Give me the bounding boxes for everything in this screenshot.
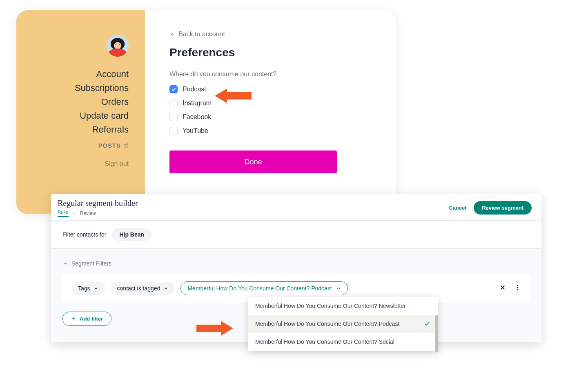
chevron-down-icon: [94, 286, 98, 291]
checkbox-youtube[interactable]: [169, 127, 178, 135]
breadcrumb-review[interactable]: Review: [80, 210, 96, 216]
svg-point-7: [517, 287, 518, 288]
nav-update-card[interactable]: Update card: [80, 111, 129, 121]
chevron-down-icon: [163, 286, 168, 291]
nav-referrals[interactable]: Referrals: [92, 124, 129, 135]
nav-orders[interactable]: Orders: [101, 97, 129, 107]
chevron-up-icon: [336, 286, 341, 291]
dropdown-option-social[interactable]: Memberful How Do You Consume Our Content…: [248, 333, 438, 351]
breadcrumb: Build Review: [58, 210, 138, 217]
review-segment-button[interactable]: Review segment: [474, 201, 532, 215]
option-youtube: YouTube: [169, 127, 372, 135]
remove-filter-button[interactable]: [499, 284, 506, 293]
plus-icon: [71, 316, 76, 321]
back-link[interactable]: Back to account: [169, 31, 372, 38]
chevron-left-icon: [169, 31, 175, 37]
checkbox-podcast[interactable]: [169, 85, 178, 93]
option-podcast: Podcast: [169, 85, 372, 93]
page-title: Preferences: [169, 46, 372, 59]
close-icon: [499, 284, 506, 291]
done-button[interactable]: Done: [169, 150, 337, 173]
svg-point-6: [517, 285, 518, 286]
option-youtube-label: YouTube: [183, 127, 208, 135]
option-instagram: Instagram: [169, 99, 372, 107]
option-instagram-label: Instagram: [183, 100, 212, 107]
filter-icon: [62, 261, 68, 266]
segment-builder: Regular segment builder Build Review Can…: [51, 194, 541, 342]
dropdown-option-podcast[interactable]: Memberful How Do You Consume Our Content…: [248, 315, 438, 333]
scrollbar[interactable]: [435, 315, 438, 352]
segment-filters-label: Segment Filters: [62, 260, 530, 267]
dropdown-option-newsletter[interactable]: Memberful How Do You Consume Our Content…: [248, 297, 438, 315]
segment-header: Regular segment builder Build Review Can…: [51, 194, 541, 221]
option-facebook: Facebook: [169, 113, 372, 121]
svg-point-8: [517, 289, 518, 290]
segment-title: Regular segment builder: [58, 199, 138, 208]
preferences-card: Account Subscriptions Orders Update card…: [16, 10, 396, 214]
check-icon: [424, 321, 430, 327]
nav-items: Account Subscriptions Orders Update card…: [75, 69, 129, 168]
value-dropdown: Memberful How Do You Consume Our Content…: [248, 297, 438, 351]
dots-vertical-icon: [514, 284, 521, 291]
value-chip[interactable]: Memberful How Do You Consume Our Content…: [180, 281, 347, 295]
checkbox-facebook[interactable]: [169, 113, 178, 121]
audience-pill[interactable]: Hip Bean: [112, 228, 151, 241]
question-text: Where do you consume our content?: [169, 71, 372, 78]
avatar[interactable]: [107, 35, 129, 57]
breadcrumb-build[interactable]: Build: [58, 210, 69, 217]
nav-posts-label: POSTS: [98, 142, 121, 149]
chevron-right-icon: [73, 212, 76, 215]
checkbox-instagram[interactable]: [169, 99, 178, 107]
external-link-icon: [123, 143, 129, 148]
add-filter-button[interactable]: Add filter: [62, 312, 111, 326]
cancel-link[interactable]: Cancel: [449, 205, 466, 211]
filter-bar: Filter contacts for Hip Bean: [51, 221, 541, 249]
sidebar: Account Subscriptions Orders Update card…: [16, 10, 145, 214]
svg-line-0: [125, 144, 128, 146]
back-link-label: Back to account: [178, 31, 225, 38]
segment-body: Segment Filters Tags contact is tagged M…: [51, 249, 541, 342]
annotation-arrow-podcast: [212, 86, 252, 106]
nav-account[interactable]: Account: [96, 69, 129, 80]
annotation-arrow-dropdown: [196, 318, 236, 339]
nav-subscriptions[interactable]: Subscriptions: [75, 83, 129, 93]
option-facebook-label: Facebook: [183, 113, 211, 121]
option-podcast-label: Podcast: [183, 86, 206, 93]
condition-chip[interactable]: contact is tagged: [111, 282, 175, 295]
signout-link[interactable]: Sign out: [105, 160, 129, 168]
main-content: Back to account Preferences Where do you…: [145, 10, 396, 214]
filter-row: Tags contact is tagged Memberful How Do …: [62, 274, 530, 303]
filter-for-label: Filter contacts for: [62, 231, 106, 238]
nav-posts[interactable]: POSTS: [98, 142, 129, 149]
more-options-button[interactable]: [514, 284, 521, 293]
tags-chip[interactable]: Tags: [71, 282, 105, 295]
